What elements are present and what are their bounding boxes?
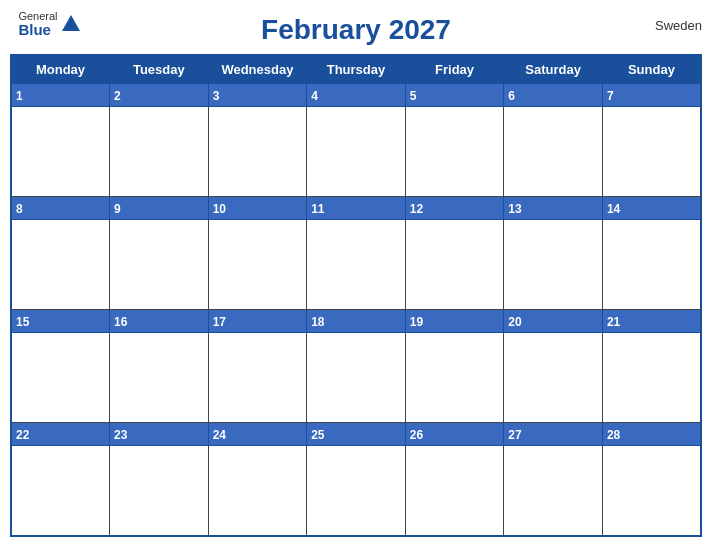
week3-day6-header: 20 [504,310,603,333]
svg-marker-0 [62,15,80,31]
header-tuesday: Tuesday [110,55,209,84]
weekday-header-row: Monday Tuesday Wednesday Thursday Friday… [11,55,701,84]
week1-day4-header: 4 [307,84,406,107]
week3-day1-header: 15 [11,310,110,333]
week2-day1-header: 8 [11,197,110,220]
week4-day7-cell [602,446,701,536]
week4-day1-header: 22 [11,423,110,446]
logo-area: General Blue [10,10,90,39]
week3-day2-cell [110,333,209,423]
week1-day2-cell [110,107,209,197]
week3-day1-cell [11,333,110,423]
week-3-content-row [11,333,701,423]
week4-day2-cell [110,446,209,536]
week2-day5-cell [405,220,504,310]
calendar-table: Monday Tuesday Wednesday Thursday Friday… [10,54,702,537]
week3-day4-cell [307,333,406,423]
week3-day7-header: 21 [602,310,701,333]
week3-day7-cell [602,333,701,423]
week-4-content-row [11,446,701,536]
week1-day5-cell [405,107,504,197]
week1-day7-header: 7 [602,84,701,107]
week2-day4-cell [307,220,406,310]
week2-day2-cell [110,220,209,310]
week1-day3-header: 3 [208,84,307,107]
week4-day1-cell [11,446,110,536]
week1-day1-cell [11,107,110,197]
header-friday: Friday [405,55,504,84]
week1-day5-header: 5 [405,84,504,107]
week1-day1-header: 1 [11,84,110,107]
week-4-header-row: 22232425262728 [11,423,701,446]
week4-day4-cell [307,446,406,536]
logo-combined: General Blue [18,10,81,39]
week3-day2-header: 16 [110,310,209,333]
week2-day5-header: 12 [405,197,504,220]
week2-day3-header: 10 [208,197,307,220]
week-1-content-row [11,107,701,197]
week1-day4-cell [307,107,406,197]
week3-day5-cell [405,333,504,423]
logo-icon [60,13,82,35]
week4-day3-cell [208,446,307,536]
calendar-header: General Blue February 2027 Sweden [10,10,702,50]
week4-day3-header: 24 [208,423,307,446]
week-2-header-row: 891011121314 [11,197,701,220]
week3-day6-cell [504,333,603,423]
week4-day6-header: 27 [504,423,603,446]
logo-text: General Blue [18,10,57,39]
week2-day6-cell [504,220,603,310]
header-wednesday: Wednesday [208,55,307,84]
week3-day3-header: 17 [208,310,307,333]
week1-day7-cell [602,107,701,197]
week3-day5-header: 19 [405,310,504,333]
blue-text: Blue [18,22,51,39]
calendar-container: General Blue February 2027 Sweden Monday… [0,0,712,550]
week1-day6-cell [504,107,603,197]
week4-day5-cell [405,446,504,536]
week2-day7-cell [602,220,701,310]
week3-day3-cell [208,333,307,423]
week3-day4-header: 18 [307,310,406,333]
week4-day5-header: 26 [405,423,504,446]
week4-day2-header: 23 [110,423,209,446]
week1-day3-cell [208,107,307,197]
week4-day7-header: 28 [602,423,701,446]
header-thursday: Thursday [307,55,406,84]
header-saturday: Saturday [504,55,603,84]
week2-day1-cell [11,220,110,310]
week1-day6-header: 6 [504,84,603,107]
week1-day2-header: 2 [110,84,209,107]
month-title: February 2027 [261,14,451,46]
week2-day4-header: 11 [307,197,406,220]
week2-day3-cell [208,220,307,310]
header-sunday: Sunday [602,55,701,84]
week-1-header-row: 1234567 [11,84,701,107]
week2-day7-header: 14 [602,197,701,220]
week2-day6-header: 13 [504,197,603,220]
week4-day4-header: 25 [307,423,406,446]
week-2-content-row [11,220,701,310]
week2-day2-header: 9 [110,197,209,220]
week4-day6-cell [504,446,603,536]
week-3-header-row: 15161718192021 [11,310,701,333]
header-monday: Monday [11,55,110,84]
country-label: Sweden [655,18,702,33]
